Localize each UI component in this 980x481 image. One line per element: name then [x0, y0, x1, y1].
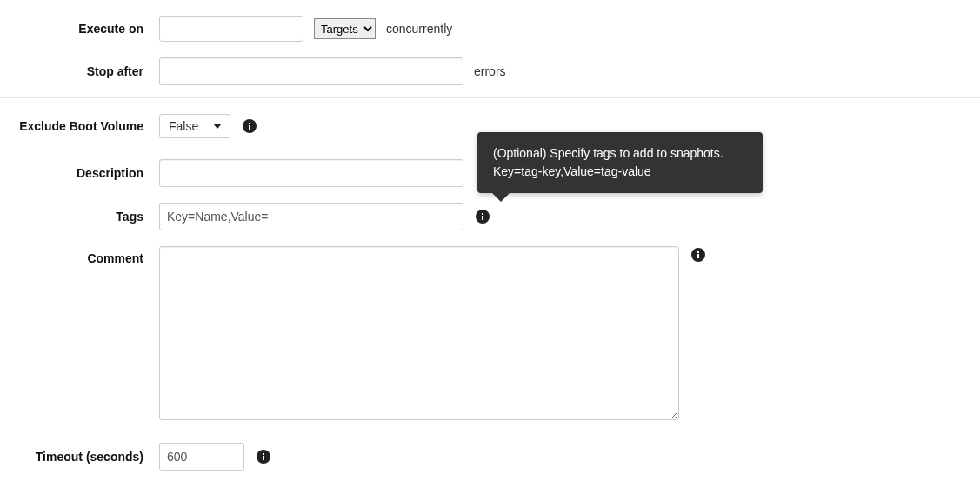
row-stop-after: Stop after errors: [0, 57, 980, 85]
svg-rect-10: [263, 456, 264, 460]
label-execute-on: Execute on: [0, 22, 159, 36]
execute-on-units-select[interactable]: Targets: [314, 18, 376, 39]
controls-exclude-boot-volume: False: [159, 114, 257, 138]
svg-rect-7: [697, 254, 699, 258]
info-icon-exclude-boot-volume[interactable]: [243, 119, 257, 133]
row-comment: Comment: [0, 246, 980, 420]
label-timeout: Timeout (seconds): [0, 450, 159, 464]
svg-rect-1: [249, 125, 250, 130]
tags-tooltip-line2: Key=tag-key,Value=tag-value: [493, 163, 747, 181]
section-divider: [0, 97, 980, 98]
controls-tags: [159, 203, 490, 230]
controls-stop-after: errors: [159, 57, 506, 85]
label-comment: Comment: [0, 246, 159, 265]
stop-after-input[interactable]: [159, 57, 463, 85]
label-stop-after: Stop after: [0, 64, 159, 78]
controls-comment: [159, 246, 705, 420]
label-exclude-boot-volume: Exclude Boot Volume: [0, 119, 159, 133]
tags-input[interactable]: [159, 203, 463, 230]
info-icon-tags[interactable]: [476, 210, 490, 224]
label-tags: Tags: [0, 210, 159, 224]
controls-timeout: [159, 443, 270, 471]
chevron-down-icon: [213, 124, 222, 129]
svg-rect-8: [697, 251, 699, 253]
controls-description: [159, 159, 463, 187]
tooltip-arrow-icon: [492, 193, 510, 202]
svg-rect-4: [482, 216, 483, 220]
description-input[interactable]: [159, 159, 463, 187]
exclude-boot-volume-select[interactable]: False: [159, 114, 230, 138]
tags-tooltip: (Optional) Specify tags to add to snapho…: [477, 132, 763, 193]
execute-on-count-input[interactable]: [159, 16, 303, 42]
row-execute-on: Execute on Targets concurrently: [0, 16, 980, 42]
label-description: Description: [0, 166, 159, 180]
form-area: Execute on Targets concurrently Stop aft…: [0, 0, 980, 481]
controls-execute-on: Targets concurrently: [159, 16, 452, 42]
tags-tooltip-line1: (Optional) Specify tags to add to snapho…: [493, 144, 747, 163]
svg-rect-11: [263, 453, 264, 455]
svg-rect-2: [249, 123, 250, 124]
svg-rect-5: [482, 213, 483, 215]
row-tags: Tags: [0, 203, 980, 230]
comment-textarea[interactable]: [159, 246, 679, 420]
row-timeout: Timeout (seconds): [0, 443, 980, 471]
execute-on-suffix: concurrently: [386, 22, 452, 36]
timeout-input[interactable]: [159, 443, 244, 471]
info-icon-timeout[interactable]: [257, 450, 270, 464]
exclude-boot-volume-value: False: [169, 119, 198, 133]
info-icon-comment[interactable]: [691, 248, 705, 262]
stop-after-suffix: errors: [474, 64, 506, 78]
